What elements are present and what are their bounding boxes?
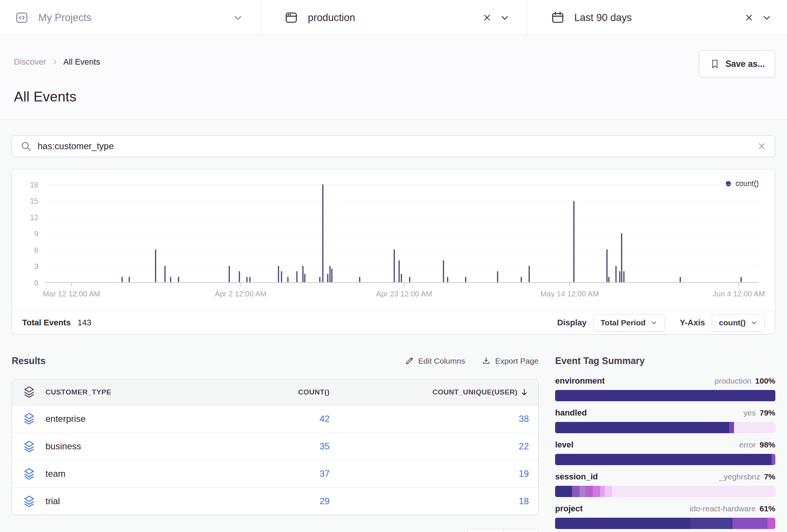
event-count-bar: [278, 266, 279, 282]
tag-bar-segment: [593, 486, 600, 497]
stack-layers-icon: [23, 495, 35, 508]
clear-environment-icon[interactable]: [482, 13, 492, 23]
customer-type-cell: enterprise: [12, 413, 254, 425]
pagination-next-button[interactable]: [503, 529, 538, 532]
tag-distribution-bar[interactable]: [555, 422, 775, 433]
tag-percent: 61%: [760, 504, 775, 513]
edit-columns-button[interactable]: Edit Columns: [405, 356, 465, 366]
count-value-link[interactable]: 37: [254, 469, 330, 479]
customer-type-cell: team: [12, 468, 254, 480]
gridline: [45, 201, 759, 201]
table-header-row: CUSTOMER_TYPE COUNT() COUNT_UNIQUE(USER): [12, 379, 538, 405]
column-header-count[interactable]: COUNT(): [254, 388, 330, 396]
tag-bar-segment: [690, 518, 732, 529]
yaxis-dropdown[interactable]: count(): [712, 314, 765, 331]
event-count-bar: [574, 201, 575, 282]
tag-bar-segment: [555, 518, 690, 529]
magnifier-icon: [20, 141, 32, 152]
event-count-bar: [447, 277, 448, 282]
count-unique-value-link[interactable]: 18: [330, 496, 529, 506]
search-bar: [12, 135, 775, 157]
environment-selector[interactable]: production: [261, 0, 527, 35]
count-unique-value-link[interactable]: 19: [330, 469, 529, 479]
tag-bar-segment: [612, 486, 775, 497]
chevron-down-icon[interactable]: [232, 12, 244, 23]
tag-value: error: [739, 440, 756, 449]
count-unique-value-link[interactable]: 22: [330, 441, 529, 452]
total-events-value: 143: [77, 318, 91, 328]
pagination: [12, 529, 539, 532]
tag-distribution-bar[interactable]: [555, 518, 775, 529]
x-axis-tick-label: Mar 12 12:00 AM: [43, 290, 100, 298]
tag-top-value: error98%: [739, 440, 775, 449]
event-count-bar: [528, 266, 530, 282]
save-as-button[interactable]: Save as...: [699, 50, 775, 77]
tag-distribution-bar[interactable]: [555, 390, 775, 401]
y-axis-tick-label: 18: [30, 181, 38, 189]
breadcrumb-discover-link[interactable]: Discover: [14, 57, 46, 67]
count-value-link[interactable]: 29: [254, 496, 330, 506]
yaxis-dropdown-value: count(): [719, 318, 746, 327]
chevron-down-icon[interactable]: [499, 12, 510, 23]
event-count-bar: [329, 266, 330, 282]
tag-label-row: levelerror98%: [555, 440, 775, 451]
event-count-bar: [497, 271, 498, 282]
tag-top-value: production100%: [714, 376, 775, 385]
project-selector[interactable]: My Projects: [0, 0, 261, 35]
clear-daterange-icon[interactable]: [744, 13, 754, 23]
tag-label-row: environmentproduction100%: [555, 376, 775, 387]
chart-plot[interactable]: count(): [45, 179, 759, 283]
search-input[interactable]: [38, 141, 757, 151]
customer-type-value: enterprise: [45, 414, 86, 424]
gridline: [45, 266, 759, 266]
tag-bar-segment: [734, 422, 775, 433]
breadcrumb-chevron-icon: [51, 59, 58, 65]
tag-summary-row: handledyes79%: [555, 408, 775, 433]
customer-type-value: trial: [45, 496, 60, 506]
column-header-customer-type[interactable]: CUSTOMER_TYPE: [12, 386, 254, 398]
chart-legend: count(): [726, 179, 759, 188]
event-tag-summary: environmentproduction100%handledyes79%le…: [555, 379, 775, 532]
count-value-link[interactable]: 35: [254, 441, 330, 452]
event-count-bar: [297, 271, 298, 282]
count-unique-value-link[interactable]: 38: [330, 414, 529, 424]
event-count-bar: [239, 271, 240, 282]
stack-layers-icon: [23, 440, 35, 453]
event-count-bar: [616, 266, 617, 282]
tag-label-row: projectido-react-hardware61%: [555, 504, 775, 515]
x-axis-tick-label: Jun 4 12:00 AM: [713, 290, 765, 298]
event-count-bar: [122, 277, 123, 282]
daterange-selector-label: Last 90 days: [574, 12, 632, 24]
tag-percent: 98%: [760, 440, 775, 449]
daterange-selector[interactable]: Last 90 days: [527, 0, 787, 35]
event-count-bar: [155, 249, 156, 282]
event-count-bar: [401, 274, 402, 282]
y-axis-tick-label: 0: [34, 279, 38, 287]
page-header: Discover All Events All Events Save as..…: [0, 36, 787, 119]
tag-name: project: [555, 504, 583, 514]
event-count-bar: [619, 271, 620, 282]
tag-distribution-bar[interactable]: [555, 454, 775, 465]
tag-name: level: [555, 440, 574, 450]
column-label: CUSTOMER_TYPE: [45, 388, 111, 396]
event-count-bar: [170, 277, 171, 282]
pagination-previous-button[interactable]: [468, 529, 503, 532]
display-dropdown[interactable]: Total Period: [593, 314, 665, 331]
column-header-count-unique[interactable]: COUNT_UNIQUE(USER): [330, 388, 529, 397]
edit-columns-label: Edit Columns: [418, 357, 465, 366]
count-value-link[interactable]: 42: [254, 414, 330, 424]
tag-name: session_id: [555, 472, 598, 482]
tag-summary-row: environmentproduction100%: [555, 376, 775, 401]
browser-window-icon: [285, 11, 298, 24]
export-page-button[interactable]: Export Page: [481, 356, 539, 366]
legend-label: count(): [736, 179, 759, 188]
clear-search-icon[interactable]: [757, 141, 767, 151]
event-count-bar: [608, 277, 610, 282]
page-title: All Events: [14, 89, 775, 105]
gridline: [45, 217, 759, 217]
tag-label-row: handledyes79%: [555, 408, 775, 419]
chevron-down-icon[interactable]: [761, 12, 772, 23]
tag-top-value: ido-react-hardware61%: [690, 504, 775, 513]
gridline: [45, 184, 759, 184]
tag-distribution-bar[interactable]: [555, 486, 775, 497]
